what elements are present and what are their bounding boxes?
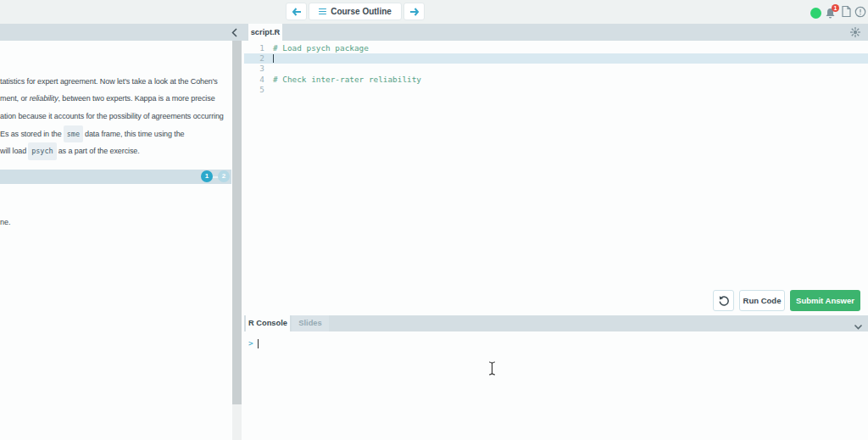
- text-line: Es as stored in thesmedata frame, this t…: [0, 125, 184, 142]
- inline-code-chip: sme: [64, 125, 83, 142]
- code-editor[interactable]: 1 # Load psych package 2 3 4 # Check int…: [244, 41, 868, 315]
- tab-script-r[interactable]: script.R: [248, 24, 282, 41]
- editor-actions: Run Code Submit Answer: [713, 290, 860, 311]
- editor-line[interactable]: 4 # Check inter-rater reliability: [244, 75, 868, 85]
- tab-r-console[interactable]: R Console: [246, 315, 290, 331]
- exercise-nav: Course Outline: [286, 3, 425, 20]
- next-exercise-button[interactable]: [403, 3, 425, 20]
- exercise-paragraph: tatistics for expert agreement. Now let'…: [0, 73, 224, 125]
- connection-status-icon: [810, 8, 821, 19]
- r-console[interactable]: >: [244, 331, 868, 440]
- topbar-right-icons: 1: [810, 5, 866, 21]
- chevron-down-icon: [854, 322, 863, 331]
- arrow-left-icon: [292, 8, 302, 16]
- line-number: 3: [244, 64, 264, 74]
- editor-tab-bar: script.R: [244, 24, 868, 41]
- scrollbar-thumb[interactable]: [232, 41, 242, 404]
- console-cursor: [258, 339, 259, 348]
- code-panel: script.R 1 # Load psych package: [244, 24, 868, 440]
- hamburger-icon: [319, 7, 326, 16]
- exercise-text: tatistics for expert agreement. Now let'…: [0, 41, 231, 440]
- exercise-paragraph: Es as stored in thesmedata frame, this t…: [0, 125, 184, 160]
- collapse-console-button[interactable]: [854, 320, 863, 329]
- gear-icon: [849, 26, 861, 38]
- line-number: 4: [244, 75, 264, 85]
- reset-icon: [718, 295, 730, 307]
- arrow-right-icon: [409, 8, 420, 16]
- instruction-text-fragment: ne.: [0, 218, 11, 226]
- line-number: 5: [244, 85, 264, 95]
- left-panel-scrollbar[interactable]: [232, 41, 242, 440]
- console-prompt-line: >: [248, 338, 259, 348]
- line-number: 2: [244, 53, 264, 64]
- mouse-ibeam-cursor: [488, 361, 496, 377]
- course-outline-button[interactable]: Course Outline: [309, 3, 402, 20]
- submit-answer-button[interactable]: Submit Answer: [790, 290, 860, 311]
- console-tab-bar: R Console Slides: [244, 315, 868, 331]
- scrollbar-track: [232, 404, 242, 440]
- run-code-button[interactable]: Run Code: [739, 290, 785, 311]
- slides-download-button[interactable]: [841, 5, 852, 21]
- tab-slides[interactable]: Slides: [292, 315, 329, 331]
- inline-code-chip: psych: [28, 142, 57, 159]
- datacamp-exercise-page: Course Outline 1: [0, 0, 868, 440]
- console-prompt: >: [248, 338, 253, 348]
- text-line: will loadpsychas a part of the exercise.: [0, 142, 184, 159]
- text-line: tatistics for expert agreement. Now let'…: [0, 73, 224, 90]
- pagination-dot-2[interactable]: 2: [218, 170, 230, 182]
- editor-line[interactable]: 1 # Load psych package: [244, 43, 868, 53]
- instructions-pagination-bar: 1 2: [0, 170, 231, 184]
- code-text: # Check inter-rater reliability: [273, 75, 421, 85]
- pagination-dot-1[interactable]: 1: [201, 170, 213, 182]
- editor-settings-button[interactable]: [849, 26, 861, 38]
- text-line: ation because it accounts for the possib…: [0, 108, 224, 125]
- exercise-panel: tatistics for expert agreement. Now let'…: [0, 24, 244, 440]
- document-icon: [841, 5, 852, 18]
- line-number: 1: [244, 43, 264, 53]
- exercise-panel-header: [0, 24, 244, 41]
- notification-badge: 1: [832, 4, 839, 12]
- top-bar: Course Outline 1: [0, 0, 868, 24]
- info-icon: [854, 6, 866, 18]
- text-cursor: [273, 54, 274, 63]
- help-button[interactable]: [854, 6, 866, 21]
- chevron-left-icon: [231, 28, 237, 37]
- course-outline-label: Course Outline: [331, 7, 392, 16]
- text-line: ment, or reliability, between two expert…: [0, 90, 224, 107]
- editor-line-active[interactable]: 2: [244, 53, 868, 64]
- reset-code-button[interactable]: [713, 290, 734, 311]
- code-text: # Load psych package: [273, 43, 369, 53]
- collapse-panel-button[interactable]: [228, 26, 240, 38]
- editor-line[interactable]: 3: [244, 64, 868, 74]
- previous-exercise-button[interactable]: [286, 3, 307, 20]
- notifications-button[interactable]: 1: [824, 7, 838, 19]
- editor-line[interactable]: 5: [244, 85, 868, 95]
